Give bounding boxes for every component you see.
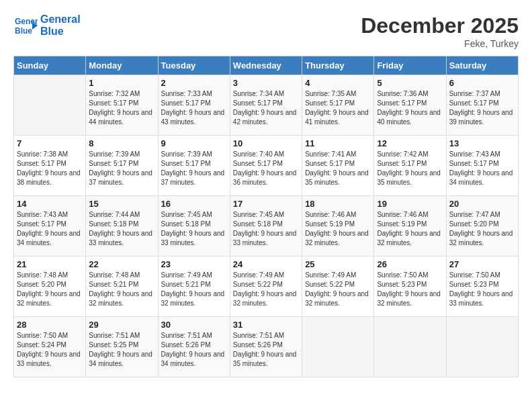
calendar-cell: 29Sunrise: 7:51 AMSunset: 5:25 PMDayligh…: [86, 317, 158, 377]
calendar-cell: 20Sunrise: 7:47 AMSunset: 5:20 PMDayligh…: [446, 196, 518, 257]
weekday-header-sunday: Sunday: [14, 56, 86, 75]
day-info: Sunrise: 7:45 AMSunset: 5:18 PMDaylight:…: [161, 210, 227, 248]
weekday-header-saturday: Saturday: [446, 56, 518, 75]
calendar-cell: 23Sunrise: 7:49 AMSunset: 5:21 PMDayligh…: [158, 257, 230, 317]
day-info: Sunrise: 7:35 AMSunset: 5:17 PMDaylight:…: [305, 89, 371, 127]
day-number: 30: [161, 320, 227, 330]
day-number: 25: [305, 259, 371, 269]
calendar-cell: [302, 317, 374, 377]
day-number: 7: [17, 138, 83, 148]
day-info: Sunrise: 7:50 AMSunset: 5:23 PMDaylight:…: [377, 271, 443, 308]
day-info: Sunrise: 7:49 AMSunset: 5:21 PMDaylight:…: [161, 271, 227, 308]
calendar-cell: 28Sunrise: 7:50 AMSunset: 5:24 PMDayligh…: [14, 317, 86, 377]
day-info: Sunrise: 7:51 AMSunset: 5:26 PMDaylight:…: [233, 331, 299, 369]
title-area: December 2025 Feke, Turkey: [361, 13, 519, 49]
day-number: 2: [161, 78, 227, 88]
day-info: Sunrise: 7:38 AMSunset: 5:17 PMDaylight:…: [17, 150, 83, 187]
calendar-cell: 21Sunrise: 7:48 AMSunset: 5:20 PMDayligh…: [14, 257, 86, 317]
day-info: Sunrise: 7:33 AMSunset: 5:17 PMDaylight:…: [161, 89, 227, 127]
calendar-cell: [374, 317, 446, 377]
calendar-cell: 26Sunrise: 7:50 AMSunset: 5:23 PMDayligh…: [374, 257, 446, 317]
day-number: 10: [233, 138, 299, 148]
location: Feke, Turkey: [361, 38, 519, 49]
calendar-cell: 15Sunrise: 7:44 AMSunset: 5:18 PMDayligh…: [86, 196, 158, 257]
day-number: 19: [377, 199, 443, 209]
day-info: Sunrise: 7:37 AMSunset: 5:17 PMDaylight:…: [449, 89, 515, 127]
calendar-week-row: 14Sunrise: 7:43 AMSunset: 5:17 PMDayligh…: [14, 196, 519, 257]
calendar-week-row: 28Sunrise: 7:50 AMSunset: 5:24 PMDayligh…: [14, 317, 519, 377]
weekday-header-monday: Monday: [86, 56, 158, 75]
day-info: Sunrise: 7:47 AMSunset: 5:20 PMDaylight:…: [449, 210, 515, 248]
day-number: 18: [305, 199, 371, 209]
day-info: Sunrise: 7:48 AMSunset: 5:21 PMDaylight:…: [89, 271, 154, 308]
calendar-cell: 1Sunrise: 7:32 AMSunset: 5:17 PMDaylight…: [86, 75, 158, 136]
day-number: 5: [377, 78, 443, 88]
calendar-cell: 24Sunrise: 7:49 AMSunset: 5:22 PMDayligh…: [230, 257, 302, 317]
day-number: 16: [161, 199, 227, 209]
day-number: 11: [305, 138, 371, 148]
calendar-week-row: 7Sunrise: 7:38 AMSunset: 5:17 PMDaylight…: [14, 136, 519, 196]
day-info: Sunrise: 7:46 AMSunset: 5:19 PMDaylight:…: [305, 210, 371, 248]
day-info: Sunrise: 7:32 AMSunset: 5:17 PMDaylight:…: [89, 89, 154, 127]
logo-icon: General Blue: [13, 13, 38, 38]
calendar-cell: 9Sunrise: 7:39 AMSunset: 5:17 PMDaylight…: [158, 136, 230, 196]
calendar-week-row: 1Sunrise: 7:32 AMSunset: 5:17 PMDaylight…: [14, 75, 519, 136]
day-number: 14: [17, 199, 83, 209]
calendar-cell: 13Sunrise: 7:43 AMSunset: 5:17 PMDayligh…: [446, 136, 518, 196]
month-title: December 2025: [361, 13, 519, 38]
day-number: 15: [89, 199, 154, 209]
calendar-cell: 10Sunrise: 7:40 AMSunset: 5:17 PMDayligh…: [230, 136, 302, 196]
day-number: 3: [233, 78, 299, 88]
day-info: Sunrise: 7:49 AMSunset: 5:22 PMDaylight:…: [305, 271, 371, 308]
svg-text:Blue: Blue: [15, 26, 32, 36]
calendar-cell: 4Sunrise: 7:35 AMSunset: 5:17 PMDaylight…: [302, 75, 374, 136]
calendar-cell: 17Sunrise: 7:45 AMSunset: 5:18 PMDayligh…: [230, 196, 302, 257]
calendar-cell: 30Sunrise: 7:51 AMSunset: 5:26 PMDayligh…: [158, 317, 230, 377]
calendar-cell: 25Sunrise: 7:49 AMSunset: 5:22 PMDayligh…: [302, 257, 374, 317]
header: General Blue General Blue December 2025 …: [13, 13, 519, 49]
weekday-header-row: SundayMondayTuesdayWednesdayThursdayFrid…: [14, 56, 519, 75]
weekday-header-wednesday: Wednesday: [230, 56, 302, 75]
day-number: 29: [89, 320, 154, 330]
day-info: Sunrise: 7:39 AMSunset: 5:17 PMDaylight:…: [161, 150, 227, 187]
calendar-cell: 22Sunrise: 7:48 AMSunset: 5:21 PMDayligh…: [86, 257, 158, 317]
day-number: 6: [449, 78, 515, 88]
day-info: Sunrise: 7:43 AMSunset: 5:17 PMDaylight:…: [17, 210, 83, 248]
day-number: 23: [161, 259, 227, 269]
day-info: Sunrise: 7:48 AMSunset: 5:20 PMDaylight:…: [17, 271, 83, 308]
day-info: Sunrise: 7:50 AMSunset: 5:23 PMDaylight:…: [449, 271, 515, 308]
day-number: 22: [89, 259, 154, 269]
day-number: 9: [161, 138, 227, 148]
day-number: 12: [377, 138, 443, 148]
day-number: 24: [233, 259, 299, 269]
day-info: Sunrise: 7:50 AMSunset: 5:24 PMDaylight:…: [17, 331, 83, 369]
calendar-cell: 19Sunrise: 7:46 AMSunset: 5:19 PMDayligh…: [374, 196, 446, 257]
calendar-table: SundayMondayTuesdayWednesdayThursdayFrid…: [13, 56, 519, 377]
calendar-cell: 8Sunrise: 7:39 AMSunset: 5:17 PMDaylight…: [86, 136, 158, 196]
day-number: 20: [449, 199, 515, 209]
day-info: Sunrise: 7:34 AMSunset: 5:17 PMDaylight:…: [233, 89, 299, 127]
day-info: Sunrise: 7:44 AMSunset: 5:18 PMDaylight:…: [89, 210, 154, 248]
day-info: Sunrise: 7:49 AMSunset: 5:22 PMDaylight:…: [233, 271, 299, 308]
day-number: 17: [233, 199, 299, 209]
calendar-cell: 11Sunrise: 7:41 AMSunset: 5:17 PMDayligh…: [302, 136, 374, 196]
calendar-cell: 6Sunrise: 7:37 AMSunset: 5:17 PMDaylight…: [446, 75, 518, 136]
logo: General Blue General Blue: [13, 13, 81, 38]
calendar-cell: 5Sunrise: 7:36 AMSunset: 5:17 PMDaylight…: [374, 75, 446, 136]
day-number: 1: [89, 78, 154, 88]
weekday-header-tuesday: Tuesday: [158, 56, 230, 75]
day-number: 13: [449, 138, 515, 148]
day-info: Sunrise: 7:51 AMSunset: 5:26 PMDaylight:…: [161, 331, 227, 369]
day-info: Sunrise: 7:43 AMSunset: 5:17 PMDaylight:…: [449, 150, 515, 187]
calendar-week-row: 21Sunrise: 7:48 AMSunset: 5:20 PMDayligh…: [14, 257, 519, 317]
calendar-cell: 16Sunrise: 7:45 AMSunset: 5:18 PMDayligh…: [158, 196, 230, 257]
day-info: Sunrise: 7:41 AMSunset: 5:17 PMDaylight:…: [305, 150, 371, 187]
logo-text: General Blue: [40, 13, 81, 38]
day-number: 4: [305, 78, 371, 88]
day-info: Sunrise: 7:40 AMSunset: 5:17 PMDaylight:…: [233, 150, 299, 187]
weekday-header-thursday: Thursday: [302, 56, 374, 75]
day-info: Sunrise: 7:45 AMSunset: 5:18 PMDaylight:…: [233, 210, 299, 248]
day-number: 28: [17, 320, 83, 330]
calendar-cell: [446, 317, 518, 377]
day-number: 21: [17, 259, 83, 269]
